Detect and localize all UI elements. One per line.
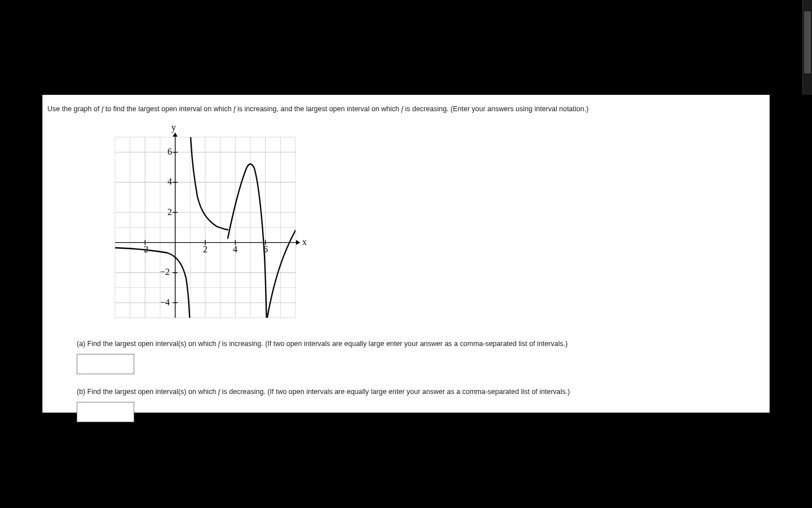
- page-root: Use the graph of f to find the largest o…: [0, 0, 812, 508]
- q-a-pre: (a) Find the largest open interval(s) on…: [77, 340, 218, 348]
- question-a-label: (a) Find the largest open interval(s) on…: [77, 340, 769, 348]
- q-a-post: is increasing. (If two open intervals ar…: [220, 340, 567, 348]
- prompt-text-3: is increasing, and the largest open inte…: [236, 105, 401, 113]
- y-tick-neg2: −2: [160, 267, 170, 277]
- problem-prompt: Use the graph of f to find the largest o…: [43, 95, 769, 119]
- y-tick-6: 6: [167, 147, 172, 156]
- prompt-text-4: is decreasing. (Enter your answers using…: [403, 105, 589, 113]
- x-axis-label: x: [302, 237, 307, 247]
- question-b-label: (b) Find the largest open interval(s) on…: [77, 388, 769, 396]
- x-tick-4: 4: [233, 244, 237, 254]
- plot-svg: −2 2 4 6 −4 −2 2 4 6 x y: [104, 126, 307, 329]
- x-tick-2: 2: [203, 244, 208, 254]
- problem-panel: Use the graph of f to find the largest o…: [42, 95, 770, 413]
- prompt-text-2: to find the largest open interval on whi…: [103, 105, 233, 113]
- scrollbar-track[interactable]: [802, 0, 812, 95]
- answer-input-b[interactable]: [77, 402, 134, 422]
- y-tick-neg4: −4: [160, 297, 170, 307]
- prompt-text-1: Use the graph of: [47, 105, 102, 113]
- y-tick-4: 4: [167, 177, 172, 186]
- questions-block: (a) Find the largest open interval(s) on…: [77, 340, 769, 422]
- q-b-post: is decreasing. (If two open intervals ar…: [220, 388, 570, 396]
- scrollbar-thumb[interactable]: [804, 11, 811, 73]
- answer-input-a[interactable]: [77, 354, 134, 374]
- q-b-pre: (b) Find the largest open interval(s) on…: [77, 388, 218, 396]
- function-graph: −2 2 4 6 −4 −2 2 4 6 x y: [104, 126, 312, 331]
- question-b: (b) Find the largest open interval(s) on…: [77, 388, 769, 422]
- question-a: (a) Find the largest open interval(s) on…: [77, 340, 769, 374]
- y-axis-label: y: [171, 126, 176, 133]
- y-tick-2: 2: [167, 207, 172, 217]
- curve-branch-right: [267, 230, 295, 321]
- curve-branch-left: [115, 248, 190, 321]
